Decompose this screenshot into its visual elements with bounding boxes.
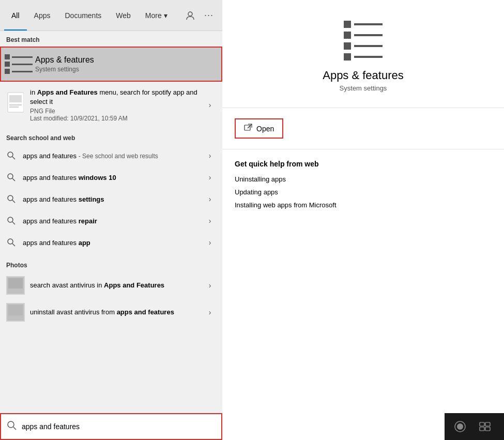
file-result-item[interactable]: in Apps and Features menu, search for sp… xyxy=(0,84,222,126)
web-search-item-2[interactable]: apps and features settings › xyxy=(0,188,222,210)
quick-help-link-0[interactable]: Uninstalling apps xyxy=(235,175,492,183)
photos-section: Photos search avast antivirus in Apps an… xyxy=(0,256,222,326)
tab-more[interactable]: More ▾ xyxy=(138,0,175,31)
file-thumbnail xyxy=(6,88,25,116)
photos-section-label: Photos xyxy=(0,256,222,272)
photo-thumb-0 xyxy=(6,276,25,295)
tab-documents[interactable]: Documents xyxy=(57,0,109,31)
search-input[interactable] xyxy=(22,422,215,431)
search-icon-4 xyxy=(6,237,17,248)
search-icon-3 xyxy=(6,216,17,226)
tab-apps[interactable]: Apps xyxy=(27,0,58,31)
photo-thumb-1 xyxy=(6,303,25,322)
tabs-row: All Apps Documents Web More ▾ ··· xyxy=(0,0,222,31)
quick-help-link-2[interactable]: Installing web apps from Microsoft xyxy=(235,201,492,209)
web-section-label: Search school and web xyxy=(0,129,222,145)
svg-line-6 xyxy=(12,157,15,159)
svg-point-11 xyxy=(8,217,13,222)
web-search-item-0[interactable]: apps and features - See school and web r… xyxy=(0,145,222,166)
web-search-arrow-1[interactable]: › xyxy=(204,171,216,184)
svg-rect-29 xyxy=(480,427,484,431)
svg-rect-27 xyxy=(480,422,484,426)
svg-line-14 xyxy=(12,244,15,246)
web-search-arrow-0[interactable]: › xyxy=(204,149,216,162)
search-bar-icon xyxy=(7,421,17,432)
app-big-icon xyxy=(344,21,383,60)
svg-point-7 xyxy=(8,174,13,179)
open-icon xyxy=(244,124,252,133)
svg-line-12 xyxy=(12,222,15,224)
file-result-title: in Apps and Features menu, search for sp… xyxy=(30,88,204,107)
search-bar xyxy=(0,413,222,440)
search-icon-2 xyxy=(6,194,17,204)
apps-features-icon xyxy=(8,54,29,74)
svg-point-13 xyxy=(8,239,13,244)
more-options-btn[interactable]: ··· xyxy=(200,6,218,25)
tab-all[interactable]: All xyxy=(4,0,27,31)
svg-point-9 xyxy=(8,195,13,201)
photo-result-1[interactable]: uninstall avast antivirus from apps and … xyxy=(0,299,222,326)
svg-point-26 xyxy=(457,423,463,430)
quick-help-area: Get quick help from web Uninstalling app… xyxy=(222,149,504,224)
web-search-arrow-2[interactable]: › xyxy=(204,193,216,205)
app-big-title: Apps & features xyxy=(323,69,404,82)
results-area: Best match Apps & features System xyxy=(0,31,222,413)
file-result-arrow[interactable]: › xyxy=(204,99,216,111)
cortana-btn[interactable] xyxy=(449,415,471,438)
svg-point-0 xyxy=(188,12,192,16)
best-match-item[interactable]: Apps & features System settings xyxy=(0,47,222,82)
web-search-item-4[interactable]: apps and features app › xyxy=(0,232,222,253)
svg-rect-20 xyxy=(8,305,23,315)
app-big-subtitle: System settings xyxy=(340,84,387,92)
svg-line-8 xyxy=(12,178,15,181)
taskbar: ⌨ xyxy=(445,413,504,440)
svg-rect-28 xyxy=(485,422,490,426)
web-search-item-3[interactable]: apps and features repair › xyxy=(0,210,222,232)
task-view-btn[interactable] xyxy=(474,415,496,438)
quick-help-title: Get quick help from web xyxy=(235,160,492,168)
svg-point-21 xyxy=(8,421,14,428)
search-icon-1 xyxy=(6,172,17,183)
web-search-item-1[interactable]: apps and features windows 10 › xyxy=(0,166,222,188)
account-icon-btn[interactable] xyxy=(181,6,200,25)
app-info-area: Apps & features System settings xyxy=(222,0,504,108)
svg-rect-30 xyxy=(485,427,490,431)
right-panel: Apps & features System settings Open Get… xyxy=(222,0,504,440)
file-result-date: Last modified: 10/9/2021, 10:59 AM xyxy=(30,115,204,122)
open-btn-area: Open xyxy=(222,108,504,149)
svg-rect-2 xyxy=(9,95,22,102)
svg-point-5 xyxy=(8,152,13,157)
svg-line-24 xyxy=(248,124,252,128)
account-icon xyxy=(185,10,195,21)
svg-line-10 xyxy=(12,200,15,203)
svg-rect-4 xyxy=(9,107,19,108)
photo-result-0[interactable]: search avast antivirus in Apps and Featu… xyxy=(0,272,222,299)
tab-web[interactable]: Web xyxy=(109,0,138,31)
svg-rect-17 xyxy=(8,278,23,289)
quick-help-link-1[interactable]: Updating apps xyxy=(235,188,492,196)
best-match-label: Best match xyxy=(0,31,222,47)
file-explorer-btn[interactable] xyxy=(498,415,504,438)
web-search-arrow-3[interactable]: › xyxy=(204,215,216,227)
best-match-subtitle: System settings xyxy=(35,66,94,73)
photo-result-arrow-1[interactable]: › xyxy=(204,306,216,318)
web-section: Search school and web apps and features … xyxy=(0,129,222,253)
open-button[interactable]: Open xyxy=(235,118,283,139)
svg-line-22 xyxy=(13,427,16,430)
web-search-arrow-4[interactable]: › xyxy=(204,236,216,249)
search-icon-0 xyxy=(6,150,17,161)
svg-rect-23 xyxy=(245,125,250,130)
search-panel: All Apps Documents Web More ▾ ··· Best xyxy=(0,0,222,440)
file-result-type: PNG File xyxy=(30,108,204,115)
best-match-title: Apps & features xyxy=(35,55,94,65)
svg-rect-3 xyxy=(9,104,22,105)
photo-result-arrow-0[interactable]: › xyxy=(204,279,216,292)
